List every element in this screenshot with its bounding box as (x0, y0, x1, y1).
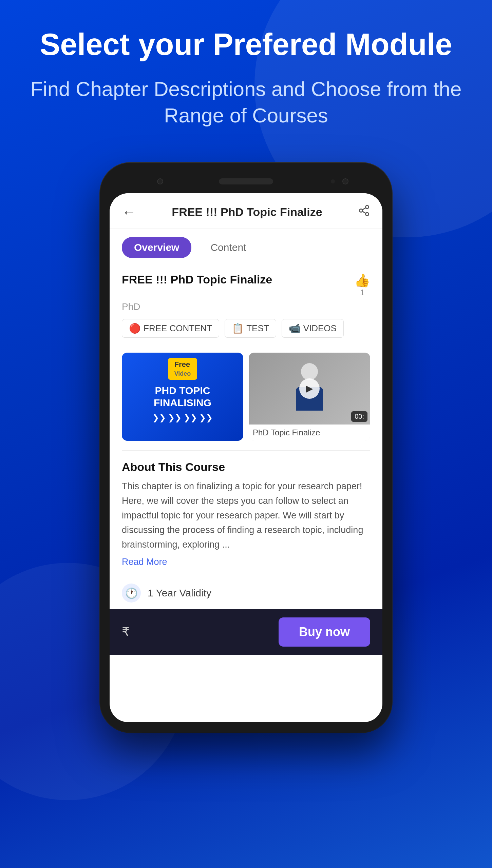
promo-line2: FINALISING (154, 397, 211, 408)
arrow4: ❯❯ (199, 413, 213, 422)
video-card[interactable]: ▶ 00: PhD Topic Finalize (249, 353, 370, 441)
validity-row: 🕐 1 Year Validity (110, 577, 382, 609)
arrow3: ❯❯ (184, 413, 197, 422)
page-headline: Select your Prefered Module (19, 27, 472, 62)
tag-test[interactable]: 📋 TEST (225, 319, 276, 338)
front-camera (157, 178, 163, 184)
like-count: 1 (360, 288, 364, 297)
validity-icon: 🕐 (122, 584, 141, 603)
front-camera2 (342, 178, 348, 184)
app-content: ← FREE !!! PhD Topic Finalize Overv (110, 193, 382, 722)
buy-now-button[interactable]: Buy now (279, 617, 370, 647)
duration-badge: 00: (351, 411, 367, 422)
course-category: PhD (122, 301, 370, 312)
read-more-button[interactable]: Read More (122, 557, 167, 567)
app-tabs: Overview Content (110, 229, 382, 263)
app-topbar: ← FREE !!! PhD Topic Finalize (110, 193, 382, 229)
phone-wrapper: ← FREE !!! PhD Topic Finalize Overv (100, 163, 392, 732)
phone-mockup: ← FREE !!! PhD Topic Finalize Overv (100, 163, 392, 732)
video-caption: PhD Topic Finalize (249, 425, 370, 441)
person-head (301, 363, 318, 380)
topbar-title: FREE !!! PhD Topic Finalize (136, 205, 358, 219)
test-icon: 📋 (232, 323, 244, 334)
phone-sensor (331, 179, 335, 183)
course-header: FREE !!! PhD Topic Finalize 👍 1 PhD 🔴 (110, 263, 382, 353)
like-column: 👍 1 (354, 273, 370, 297)
course-title-row: FREE !!! PhD Topic Finalize 👍 1 (122, 273, 370, 297)
free-badge: Free Video (168, 358, 197, 380)
promo-card[interactable]: Free Video PHD TOPIC FINALISING ❯❯ ❯❯ (122, 353, 243, 441)
tag-videos-label: VIDEOS (303, 323, 337, 334)
tag-videos[interactable]: 📹 VIDEOS (282, 319, 344, 338)
about-description: This chapter is on finalizing a topic fo… (122, 479, 370, 552)
promo-title: PHD TOPIC FINALISING (154, 384, 211, 409)
media-row: Free Video PHD TOPIC FINALISING ❯❯ ❯❯ (110, 353, 382, 450)
free-badge-main: Free (174, 360, 190, 369)
phone-speaker (219, 178, 273, 184)
tag-free-content[interactable]: 🔴 FREE CONTENT (122, 319, 219, 338)
currency-symbol: ₹ (122, 625, 130, 639)
bottom-bar: ₹ Buy now (110, 609, 382, 655)
tag-free-content-label: FREE CONTENT (144, 323, 212, 334)
svg-line-4 (362, 208, 366, 210)
tag-test-label: TEST (246, 323, 269, 334)
phone-screen: ← FREE !!! PhD Topic Finalize Overv (110, 193, 382, 722)
arrow1: ❯❯ (152, 413, 166, 422)
videos-icon: 📹 (289, 323, 301, 334)
validity-text: 1 Year Validity (148, 587, 211, 599)
free-badge-sub: Video (174, 370, 191, 377)
tags-row: 🔴 FREE CONTENT 📋 TEST 📹 VIDEOS (122, 319, 370, 338)
arrows-row: ❯❯ ❯❯ ❯❯ ❯❯ (152, 413, 213, 422)
free-content-icon: 🔴 (129, 323, 141, 334)
play-button[interactable]: ▶ (299, 378, 320, 399)
course-title: FREE !!! PhD Topic Finalize (122, 273, 349, 286)
promo-line1: PHD TOPIC (155, 385, 210, 396)
tab-content[interactable]: Content (198, 237, 258, 258)
arrow2: ❯❯ (168, 413, 182, 422)
page-container: Select your Prefered Module Find Chapter… (0, 0, 492, 732)
phone-top-bezel (110, 173, 382, 190)
share-button[interactable] (358, 204, 370, 220)
video-thumbnail: ▶ 00: (249, 353, 370, 425)
tab-overview[interactable]: Overview (122, 237, 191, 258)
back-button[interactable]: ← (122, 204, 136, 220)
like-icon[interactable]: 👍 (354, 273, 370, 288)
page-subheadline: Find Chapter Descriptions and Choose fro… (0, 76, 492, 129)
svg-line-3 (362, 211, 366, 213)
about-title: About This Course (122, 460, 370, 474)
about-section: About This Course This chapter is on fin… (110, 451, 382, 577)
price-section: ₹ (122, 625, 130, 639)
